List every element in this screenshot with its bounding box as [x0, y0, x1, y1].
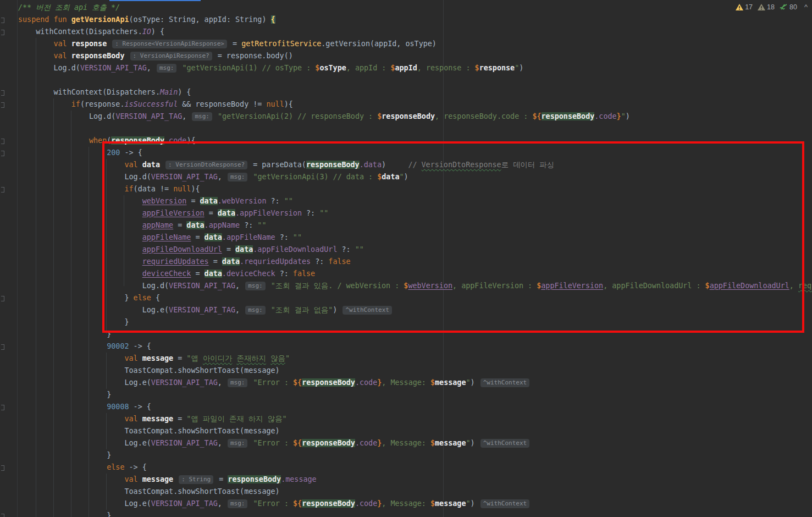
code-line: ToastCompat.showShortToast(message): [18, 486, 812, 498]
code-line: 90008 -> {: [18, 401, 812, 413]
fold-marker[interactable]: [1, 30, 4, 35]
code-line: Log.d(VERSION_API_TAG, msg: "getVersionA…: [18, 171, 812, 183]
fold-marker[interactable]: [1, 514, 4, 517]
code-line: appFileName = data.appFileName ?: "": [18, 232, 812, 244]
code-line: val responseBody : VersionApiResponse? =…: [18, 50, 812, 62]
code-line: ToastCompat.showShortToast(message): [18, 365, 812, 377]
code-line: suspend fun getVersionApi(osType: String…: [18, 14, 812, 26]
code-line: val message : String = responseBody.mess…: [18, 474, 812, 486]
fold-marker[interactable]: [1, 296, 4, 301]
typo-icon: [780, 4, 788, 10]
code-line: 200 -> {: [18, 147, 812, 159]
code-line: /** 버전 조회 api 호출 */: [18, 2, 812, 14]
typos-indicator[interactable]: 80: [780, 3, 797, 11]
code-line: appFileDownloadUrl = data.appFileDownloa…: [18, 244, 812, 256]
weak-warning-icon: [758, 4, 765, 10]
code-line: withContext(Dispatchers.IO) {: [18, 26, 812, 38]
fold-marker[interactable]: [1, 151, 4, 156]
warnings-count: 17: [745, 3, 753, 11]
code-line: }: [18, 510, 812, 517]
code-line: val message = "앱 아이디가 존재하지 않음": [18, 353, 812, 365]
fold-marker[interactable]: [1, 102, 4, 108]
code-line: else -> {: [18, 461, 812, 474]
code-line: }: [18, 449, 812, 461]
warnings-indicator[interactable]: 17: [736, 3, 753, 11]
code-line: }: [18, 328, 812, 340]
typos-count: 80: [789, 3, 797, 11]
code-line: Log.d(VERSION_API_TAG, msg: "getVersionA…: [18, 111, 812, 123]
code-line: Log.e(VERSION_API_TAG, msg: "Error : ${r…: [18, 498, 812, 510]
weak-warnings-count: 18: [767, 3, 775, 11]
code-line: [18, 74, 812, 86]
warning-icon: [736, 4, 743, 10]
weak-warnings-indicator[interactable]: 18: [758, 3, 775, 11]
fold-marker[interactable]: [1, 405, 4, 410]
fold-marker[interactable]: [1, 465, 4, 471]
code-line: Log.d(VERSION_API_TAG, msg: "getVersionA…: [18, 62, 812, 74]
fold-marker[interactable]: [1, 187, 4, 193]
code-line: val response : Response<VersionApiRespon…: [18, 38, 812, 50]
active-tab-indicator: [109, 0, 201, 1]
code-line: val data : VersionDtoResponse? = parseDa…: [18, 159, 812, 171]
code-line: }: [18, 389, 812, 401]
code-line: when(responseBody.code){: [18, 135, 812, 147]
code-line: appName = data.appName ?: "": [18, 219, 812, 232]
code-editor-surface[interactable]: /** 버전 조회 api 호출 */suspend fun getVersio…: [18, 2, 812, 517]
code-line: webVersion = data.webVersion ?: "": [18, 195, 812, 207]
code-line: 90002 -> {: [18, 340, 812, 353]
code-line: }: [18, 316, 812, 328]
code-line: requriedUpdates = data.requriedUpdates ?…: [18, 256, 812, 268]
code-line: Log.e(VERSION_API_TAG, msg: "조회 결과 없음") …: [18, 304, 812, 316]
code-line: } else {: [18, 292, 812, 304]
code-line: Log.e(VERSION_API_TAG, msg: "Error : ${r…: [18, 437, 812, 449]
fold-marker[interactable]: [1, 18, 4, 23]
code-line: val message = "앱 파일이 존재 하지 않음": [18, 413, 812, 425]
collapse-widget-icon[interactable]: ^: [804, 3, 808, 11]
fold-marker[interactable]: [1, 344, 4, 350]
inspections-widget: 17 18 80 ^: [736, 3, 808, 11]
code-line: withContext(Dispatchers.Main) {: [18, 86, 812, 98]
fold-marker[interactable]: [1, 90, 4, 96]
code-line: appFileVersion = data.appFileVersion ?: …: [18, 207, 812, 219]
fold-marker[interactable]: [1, 139, 4, 144]
editor-gutter[interactable]: [0, 0, 18, 517]
ide-editor: { "editor": { "inspections": { "warnings…: [0, 0, 812, 517]
code-line: [18, 123, 812, 135]
code-line: if(response.isSuccessful && responseBody…: [18, 98, 812, 111]
code-line: deviceCheck = data.deviceCheck ?: false: [18, 268, 812, 280]
code-line: Log.e(VERSION_API_TAG, msg: "Error : ${r…: [18, 377, 812, 389]
code-line: if(data != null){: [18, 183, 812, 195]
code-line: Log.d(VERSION_API_TAG, msg: "조회 결과 있음. /…: [18, 280, 812, 292]
code-line: ToastCompat.showShortToast(message): [18, 425, 812, 437]
